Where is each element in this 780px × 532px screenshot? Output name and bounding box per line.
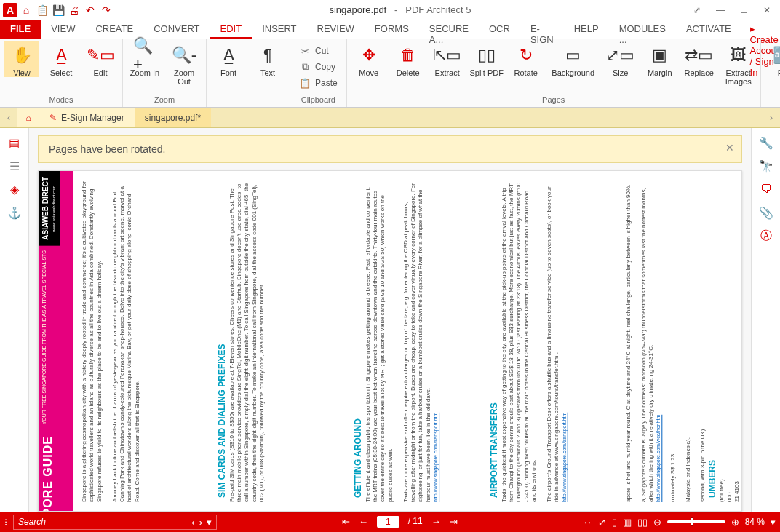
zoom-out-button[interactable]: 🔍-Zoom Out (167, 41, 202, 86)
tab-file[interactable]: FILE (0, 20, 41, 39)
delete-icon: 🗑 (397, 44, 420, 67)
sb-menu-icon[interactable]: ⁝ (4, 517, 7, 528)
notification-close-icon[interactable]: ✕ (725, 142, 734, 154)
stamps-icon[interactable]: Ⓐ (757, 227, 775, 245)
prev-page-icon[interactable]: ← (359, 516, 368, 528)
select-mode-button[interactable]: A̲Select (44, 41, 79, 77)
rotate-button[interactable]: ↻Rotate (509, 41, 544, 77)
search-next-icon[interactable]: › (199, 517, 202, 528)
redo-icon[interactable]: ↷ (99, 3, 114, 17)
zoom-dropdown-icon[interactable]: ▾ (771, 517, 776, 528)
ribbon-group-modes: ✋View A̲Select ✎▭Edit Modes (0, 39, 123, 107)
app-logo[interactable]: A (3, 3, 17, 17)
zoom-in-button[interactable]: 🔍+Zoom In (127, 41, 162, 77)
ru-button[interactable]: 🔤Ru (765, 41, 780, 77)
home-icon[interactable]: ⌂ (19, 3, 33, 17)
zoom-out-icon: 🔍- (172, 44, 196, 67)
open-icon[interactable]: 📋 (35, 3, 49, 17)
move-icon: ✥ (357, 44, 381, 67)
first-page-icon[interactable]: ⇤ (342, 516, 350, 528)
page-view[interactable]: ASIAWEB DIRECTwww.asiawebdirect.com YOUR… (38, 170, 742, 512)
tab-view[interactable]: VIEW (41, 20, 85, 39)
undo-icon[interactable]: ↶ (83, 3, 98, 17)
tab-modules[interactable]: MODULES ... (609, 20, 676, 39)
search-dropdown-icon[interactable]: ▾ (207, 517, 212, 528)
pen-icon: ✎ (49, 113, 57, 123)
tab-help[interactable]: HELP (564, 20, 609, 39)
account-link[interactable]: Create Account / Sign In (741, 20, 780, 39)
anchor-icon[interactable]: ⚓ (6, 204, 23, 221)
fit-width-icon[interactable]: ↔ (583, 517, 592, 528)
facing-icon[interactable]: ▯▯ (637, 517, 648, 528)
tab-esign[interactable]: E-SIGN (520, 20, 564, 39)
copy-button[interactable]: ⧉Copy (295, 60, 342, 74)
search-prev-icon[interactable]: ‹ (191, 517, 194, 528)
edit-mode-button[interactable]: ✎▭Edit (83, 41, 118, 77)
print-icon[interactable]: 🖨 (67, 3, 81, 17)
doctab-esign[interactable]: ✎E-Sign Manager (39, 108, 135, 127)
background-button[interactable]: ▭Background (548, 41, 599, 77)
background-icon: ▭ (562, 44, 585, 67)
page-col-3: GETTING AROUND The efficient and clean p… (346, 171, 482, 511)
doctab-document[interactable]: singapore.pdf* (135, 108, 211, 127)
tab-secure[interactable]: SECURE A... (419, 20, 479, 39)
zoom-slider[interactable] (667, 520, 725, 523)
tab-insert[interactable]: INSERT (252, 20, 306, 39)
lang-icon: 🔤 (771, 44, 780, 67)
search-box[interactable]: ‹ › ▾ (13, 515, 217, 530)
right-sidebar: 🔧 🔭 🗨 📎 Ⓐ (751, 128, 780, 512)
fit-page-icon[interactable]: ⤢ (598, 517, 606, 528)
last-page-icon[interactable]: ⇥ (450, 516, 458, 528)
tab-edit[interactable]: EDIT (210, 20, 252, 39)
minimize-icon[interactable]: — (710, 3, 731, 17)
split-button[interactable]: ▯▯Split PDF (469, 41, 504, 77)
save-icon[interactable]: 💾 (51, 3, 65, 17)
canvas: Pages have been rotated. ✕ ASIAWEB DIREC… (29, 128, 751, 512)
doctabs-prev-icon[interactable]: ‹ (0, 108, 17, 127)
tab-activate[interactable]: ACTIVATE (676, 20, 741, 39)
maximize-icon[interactable]: ☐ (733, 3, 754, 17)
ribbon-group-right: 🔤Ru iMore Info ✓Activate Edit Module - n… (761, 39, 780, 107)
size-button[interactable]: ⤢▭Size (603, 41, 638, 77)
close-icon[interactable]: ✕ (757, 3, 777, 17)
extract-images-button[interactable]: 🖼Extract Images (721, 41, 756, 86)
header-subtitle: YOUR FREE SINGAPORE GUIDE FROM THE ASIA … (39, 246, 49, 429)
cut-button[interactable]: ✂Cut (295, 44, 342, 58)
delete-button[interactable]: 🗑Delete (391, 41, 426, 77)
search-panel-icon[interactable]: 🔭 (757, 157, 775, 175)
zoom-out-sb-icon[interactable]: ⊖ (653, 517, 661, 528)
replace-button[interactable]: ⇄▭Replace (682, 41, 717, 77)
doctabs-next-icon[interactable]: › (763, 108, 780, 127)
paste-button[interactable]: 📋Paste (295, 76, 342, 90)
ribbon-collapse-icon[interactable]: ⤢ (687, 3, 707, 17)
extract-button[interactable]: ⇱▭Extract (430, 41, 465, 77)
tools-icon[interactable]: 🔧 (757, 134, 775, 151)
text-button[interactable]: ¶Text (250, 41, 285, 77)
size-icon: ⤢▭ (609, 44, 632, 67)
tab-forms[interactable]: FORMS (365, 20, 419, 39)
search-input[interactable] (18, 517, 187, 527)
comments-icon[interactable]: 🗨 (757, 180, 775, 198)
margin-icon: ▣ (648, 44, 672, 67)
single-page-icon[interactable]: ▯ (612, 517, 617, 528)
layers-icon[interactable]: ◈ (6, 180, 23, 198)
zoom-in-sb-icon[interactable]: ⊕ (731, 517, 739, 528)
hand-icon: ✋ (10, 44, 33, 67)
font-button[interactable]: A̲Font (211, 41, 246, 77)
split-icon: ▯▯ (475, 44, 498, 67)
bookmarks-icon[interactable]: ☰ (6, 157, 23, 175)
thumbnails-icon[interactable]: ▤ (6, 134, 23, 151)
move-button[interactable]: ✥Move (351, 41, 386, 77)
left-sidebar: ▤ ☰ ◈ ⚓ (0, 128, 29, 512)
view-mode-button[interactable]: ✋View (4, 41, 39, 77)
tab-ocr[interactable]: OCR (479, 20, 520, 39)
cut-icon: ✂ (299, 45, 311, 57)
doctabs-home-icon[interactable]: ⌂ (17, 108, 39, 127)
page-number[interactable]: 1 (377, 516, 399, 528)
attachments-icon[interactable]: 📎 (757, 204, 775, 221)
next-page-icon[interactable]: → (431, 516, 441, 528)
tab-review[interactable]: REVIEW (307, 20, 365, 39)
status-bar: ⁝ ‹ › ▾ ⇤ ← 1 / 11 → ⇥ ↔ ⤢ ▯ ▥ ▯▯ ⊖ ⊕ 84… (0, 512, 780, 532)
margin-button[interactable]: ▣Margin (642, 41, 677, 77)
continuous-icon[interactable]: ▥ (623, 517, 632, 528)
